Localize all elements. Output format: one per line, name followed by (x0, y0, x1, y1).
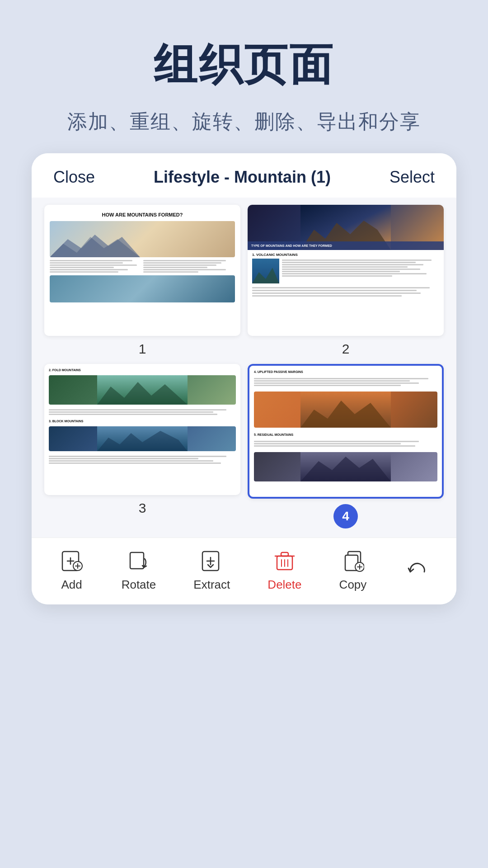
page3-img1 (49, 375, 236, 405)
rotate-label: Rotate (122, 578, 156, 592)
page3-img2 (49, 426, 236, 451)
svg-rect-20 (130, 552, 144, 569)
page2-header-img: Type of Mountains and How Are They Forme… (248, 205, 444, 250)
page2-content-img (252, 259, 279, 283)
add-icon (60, 549, 84, 573)
add-button[interactable]: Add (60, 549, 84, 592)
page4-residual-title: 5. Residual Mountains (254, 433, 437, 436)
delete-label: Delete (267, 578, 301, 592)
select-button[interactable]: Select (389, 168, 435, 187)
copy-button[interactable]: Copy (339, 549, 367, 592)
page-thumb-2[interactable]: Type of Mountains and How Are They Forme… (248, 205, 444, 336)
page1-title: How Are Mountains Formed? (50, 212, 235, 217)
page2-header-label: Type of Mountains and How Are They Forme… (248, 241, 444, 250)
extract-button[interactable]: Extract (193, 549, 230, 592)
undo-button[interactable] (404, 558, 428, 583)
page-cell-2[interactable]: Type of Mountains and How Are They Forme… (248, 205, 444, 357)
page4-img1 (254, 392, 437, 428)
thumb1-content: How Are Mountains Formed? (44, 205, 240, 336)
page2-bottom-text (248, 287, 444, 301)
delete-icon (272, 549, 297, 573)
thumb3-content: 2. Fold Mountains (44, 364, 240, 495)
page-cell-3[interactable]: 2. Fold Mountains (44, 364, 240, 528)
page-cell-4[interactable]: 4. Uplifted Passive Margins (248, 364, 444, 528)
page-thumb-4[interactable]: 4. Uplifted Passive Margins (248, 364, 444, 499)
extract-label: Extract (193, 578, 230, 592)
hero-section: 组织页面 添加、重组、旋转、删除、导出和分享 (0, 0, 488, 153)
hero-title: 组织页面 (154, 36, 334, 95)
svg-rect-26 (281, 552, 288, 556)
extract-icon (200, 549, 224, 573)
page-thumb-3[interactable]: 2. Fold Mountains (44, 364, 240, 495)
add-label: Add (61, 578, 82, 592)
page1-img2 (50, 275, 235, 302)
page-thumb-1[interactable]: How Are Mountains Formed? (44, 205, 240, 336)
page3-fold-title: 2. Fold Mountains (49, 368, 236, 372)
page2-content-lines (282, 259, 439, 283)
page4-img2 (254, 452, 437, 481)
toolbar: Add Rotate Extr (32, 538, 456, 604)
page-num-3: 3 (139, 500, 146, 516)
close-button[interactable]: Close (53, 168, 95, 187)
main-card: Close Lifestyle - Mountain (1) Select Ho… (32, 153, 456, 604)
page1-text (50, 260, 235, 274)
document-title: Lifestyle - Mountain (1) (154, 168, 331, 187)
page2-section-title: 1. Volcanic Mountains (252, 253, 439, 257)
page1-hero-img (50, 221, 235, 257)
page-num-4: 4 (333, 504, 358, 528)
page3-block-title: 3. Block Mountains (49, 420, 236, 423)
page-num-1: 1 (139, 341, 146, 357)
rotate-button[interactable]: Rotate (122, 549, 156, 592)
card-header: Close Lifestyle - Mountain (1) Select (32, 153, 456, 198)
page-cell-1[interactable]: How Are Mountains Formed? (44, 205, 240, 357)
copy-label: Copy (339, 578, 367, 592)
delete-button[interactable]: Delete (267, 549, 301, 592)
rotate-icon (127, 549, 151, 573)
pages-grid: How Are Mountains Formed? (32, 198, 456, 538)
hero-subtitle: 添加、重组、旋转、删除、导出和分享 (67, 108, 421, 135)
copy-icon (341, 549, 365, 573)
thumb4-content: 4. Uplifted Passive Margins (249, 366, 442, 497)
page-num-2: 2 (342, 341, 350, 357)
thumb2-content: Type of Mountains and How Are They Forme… (248, 205, 444, 336)
page2-content (248, 259, 444, 287)
